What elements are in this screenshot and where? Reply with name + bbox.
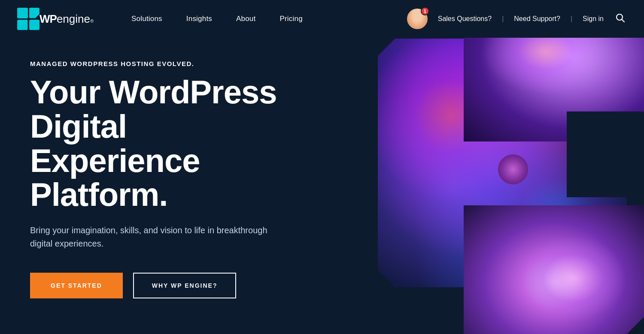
- hero-title-line2: Experience Platform.: [30, 142, 200, 213]
- navbar-right: 1 Sales Questions? | Need Support? | Sig…: [407, 9, 627, 29]
- nav-insights[interactable]: Insights: [174, 15, 224, 23]
- nav-divider-1: |: [502, 15, 504, 23]
- logo-wp: WP: [39, 12, 57, 26]
- nav-about[interactable]: About: [224, 15, 267, 23]
- nav-links: Solutions Insights About Pricing: [119, 15, 407, 23]
- logo[interactable]: WP engine ®: [17, 8, 94, 30]
- avatar-wrap[interactable]: 1: [407, 9, 428, 29]
- navbar: WP engine ® Solutions Insights About Pri…: [0, 0, 644, 38]
- hero-content: MANAGED WORDPRESS HOSTING EVOLVED. Your …: [30, 60, 322, 298]
- hero-subtitle: MANAGED WORDPRESS HOSTING EVOLVED.: [30, 60, 322, 67]
- art-circle-decoration: [498, 154, 528, 184]
- notification-badge: 1: [421, 7, 429, 15]
- get-started-button[interactable]: GET STARTED: [30, 273, 123, 298]
- logo-square-bl: [17, 20, 28, 30]
- why-wpengine-button[interactable]: WHY WP ENGINE?: [133, 273, 237, 298]
- nav-pricing[interactable]: Pricing: [267, 15, 314, 23]
- hero-section: MANAGED WORDPRESS HOSTING EVOLVED. Your …: [0, 0, 644, 334]
- hero-description: Bring your imagination, skills, and visi…: [30, 224, 288, 250]
- logo-icon: [17, 8, 39, 30]
- hero-cta-group: GET STARTED WHY WP ENGINE?: [30, 273, 322, 298]
- sign-in-link[interactable]: Sign in: [583, 15, 604, 23]
- logo-reg: ®: [90, 18, 94, 24]
- logo-text: WP engine ®: [39, 12, 94, 26]
- need-support-link[interactable]: Need Support?: [514, 15, 560, 23]
- hero-title: Your WordPress Digital Experience Platfo…: [30, 75, 322, 212]
- art-panel-gap: [567, 111, 644, 197]
- nav-divider-2: |: [571, 15, 572, 23]
- logo-square-br: [29, 20, 40, 30]
- art-panel-bottom-right: [464, 205, 644, 334]
- hero-title-line1: Your WordPress Digital: [30, 74, 276, 144]
- search-icon: [616, 13, 625, 25]
- nav-solutions[interactable]: Solutions: [119, 15, 174, 23]
- svg-line-1: [622, 19, 625, 22]
- logo-square-tl: [17, 8, 28, 18]
- sales-questions-link[interactable]: Sales Questions?: [438, 15, 492, 23]
- logo-engine: engine: [57, 12, 90, 26]
- hero-art-grid: [292, 0, 644, 334]
- search-button[interactable]: [614, 12, 627, 27]
- logo-square-tr: [29, 8, 40, 18]
